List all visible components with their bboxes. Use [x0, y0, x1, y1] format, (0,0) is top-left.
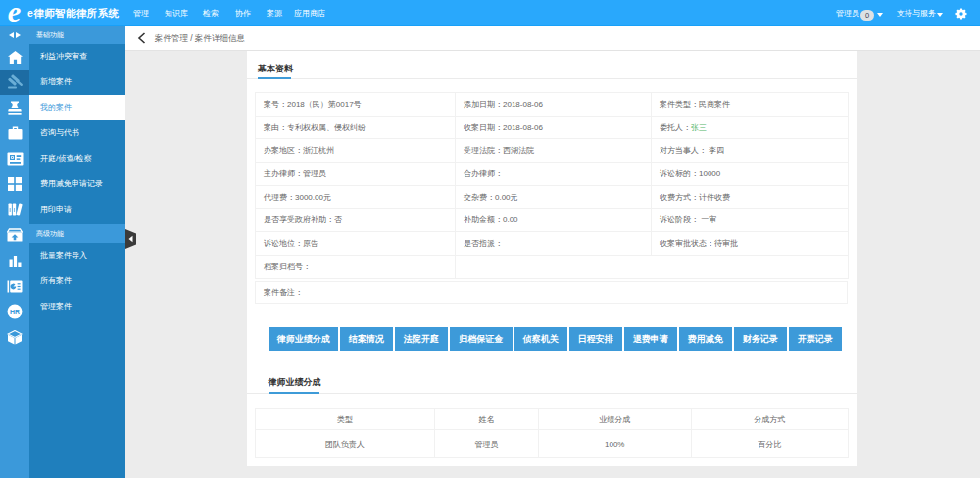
- svg-text:e: e: [8, 0, 22, 28]
- svg-text:HR: HR: [10, 309, 20, 315]
